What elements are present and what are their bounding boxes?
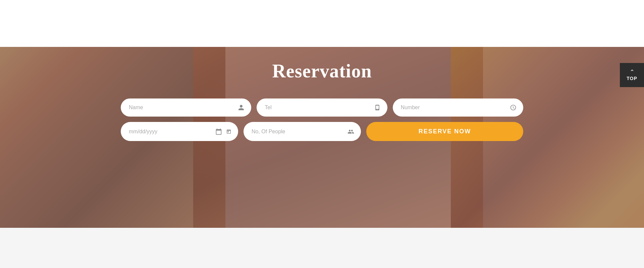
reservation-form: RESERVE NOW [121,98,523,141]
clock-icon [510,104,523,111]
user-icon [238,104,251,111]
date-input[interactable] [121,123,215,141]
hero-content: Reservation [0,47,644,141]
people-input[interactable] [244,123,347,141]
chevron-up-icon: ⌃ [630,69,635,75]
form-row-2: RESERVE NOW [121,122,523,141]
tel-input-wrapper [257,98,387,117]
top-button[interactable]: ⌃ TOP [620,63,644,87]
bottom-white-space [0,228,644,268]
top-button-label: TOP [627,76,637,81]
top-white-space [0,0,644,47]
people-icon [347,128,361,135]
calendar-icon [215,128,238,135]
hero-section: Reservation [0,47,644,228]
tel-input[interactable] [257,98,374,117]
date-input-wrapper [121,122,238,141]
people-input-wrapper [244,122,361,141]
name-input-wrapper [121,98,251,117]
reserve-now-button[interactable]: RESERVE NOW [366,122,523,141]
number-input-wrapper [393,98,523,117]
phone-icon [374,104,387,111]
form-row-1 [121,98,523,117]
number-input[interactable] [393,98,510,117]
page-title: Reservation [272,60,372,82]
name-input[interactable] [121,98,238,117]
